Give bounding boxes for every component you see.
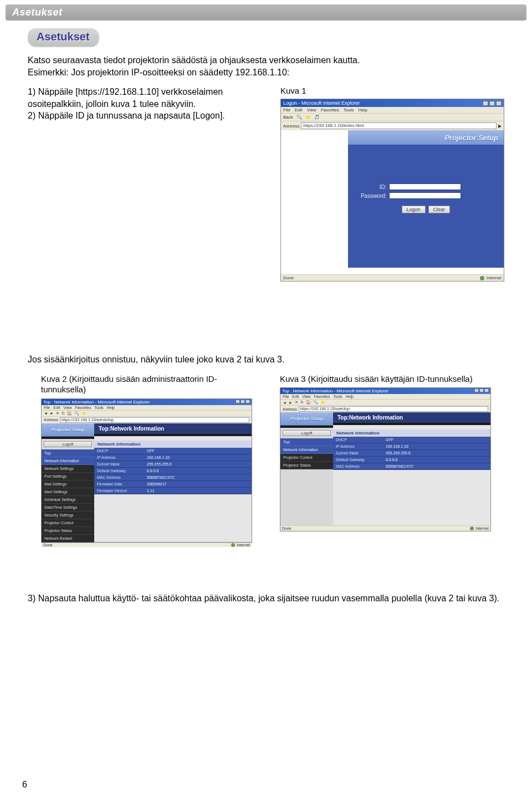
menu-item[interactable]: View <box>63 406 71 410</box>
password-input[interactable] <box>389 192 461 199</box>
address-input[interactable]: https://192.168.1.10/index.html <box>301 122 497 129</box>
forward-button[interactable]: ► <box>50 411 54 415</box>
sidebar-item[interactable]: Projector Control <box>42 519 94 527</box>
media-icon[interactable]: 🎵 <box>314 115 320 120</box>
forward-button[interactable]: ► <box>289 401 293 405</box>
stop-icon[interactable]: ✕ <box>56 411 59 416</box>
kv-key: Firmware Date <box>94 481 144 487</box>
projector-setup-title: Projector Setup <box>280 412 333 426</box>
search-icon[interactable]: 🔍 <box>296 115 302 120</box>
home-icon[interactable]: 🏠 <box>306 400 311 405</box>
maximize-icon[interactable] <box>479 388 484 392</box>
mid-paragraph: Jos sisäänkirjoitus onnistuu, näkyviin t… <box>28 354 504 366</box>
menu-item[interactable]: View <box>307 108 316 112</box>
kv-key: Subnet Mask <box>333 450 383 456</box>
menu-item[interactable]: Help <box>346 395 354 398</box>
address-bar: Address https://192.168.1.10/index.html … <box>281 121 504 130</box>
stop-icon[interactable]: ✕ <box>295 400 298 405</box>
search-icon[interactable]: 🔍 <box>313 400 318 405</box>
menu-item[interactable]: Tools <box>333 395 342 398</box>
kv-val: 000087AEC47C <box>383 463 490 469</box>
sidebar-item[interactable]: Mail Settings <box>42 480 94 488</box>
go-icon[interactable]: ▶ <box>498 124 502 129</box>
kv-val: OFF <box>383 437 490 443</box>
clear-button[interactable]: Clear <box>428 206 451 213</box>
sidebar-item-top[interactable]: Top: <box>42 449 94 457</box>
maximize-icon[interactable] <box>489 101 495 106</box>
sidebar-item[interactable]: Schedule Settings <box>42 496 94 504</box>
password-label: Password: <box>355 193 387 199</box>
maximize-icon[interactable] <box>241 400 245 403</box>
close-icon[interactable] <box>496 101 502 106</box>
kv-val: 000087AEC47C <box>144 474 252 480</box>
minimize-icon[interactable] <box>474 388 479 392</box>
sidebar-item[interactable]: Port Settings <box>42 473 94 480</box>
step-2: 2) Näppäile ID ja tunnussana ja napsauta… <box>28 110 266 122</box>
logoff-button[interactable]: Logoff <box>283 430 331 436</box>
menu-item[interactable]: Favorites <box>321 108 339 112</box>
page-header: Asetukset <box>6 4 526 21</box>
sidebar-item[interactable]: Projector Control <box>280 454 333 462</box>
menu-item[interactable]: Help <box>358 108 367 112</box>
menu-item[interactable]: File <box>44 406 50 410</box>
logoff-button[interactable]: Logoff <box>44 441 92 447</box>
menu-item[interactable]: File <box>283 108 290 112</box>
info-table: DHCPOFF IP Address192.168.1.10 Subnet Ma… <box>94 448 252 494</box>
login-panel: ID: Password: Logon Clear <box>348 145 504 268</box>
menu-item[interactable]: Edit <box>292 395 299 398</box>
search-icon[interactable]: 🔍 <box>74 411 79 416</box>
back-button[interactable]: ◄ <box>44 411 48 415</box>
back-button[interactable]: ◄ <box>283 401 287 405</box>
menu-item[interactable]: File <box>283 395 289 398</box>
sidebar-item-network-info[interactable]: Network Information <box>42 457 94 465</box>
sidebar-item[interactable]: Alert Settings <box>42 488 94 496</box>
address-label: Address <box>44 418 58 422</box>
menu-item[interactable]: View <box>302 395 310 398</box>
sidebar-item-network-info[interactable]: Network Information <box>280 446 333 454</box>
menu-item[interactable]: Tools <box>94 406 103 410</box>
figure-2-caption: Kuva 2 (Kirjoittaudu sisään administraat… <box>41 374 252 395</box>
status-right: Internet <box>237 543 250 547</box>
kv-key: IP Address <box>333 443 383 449</box>
sidebar-item[interactable]: Network Settings <box>42 465 94 473</box>
menu-item[interactable]: Favorites <box>314 395 330 398</box>
home-icon[interactable]: 🏠 <box>67 411 72 416</box>
page-number: 6 <box>22 780 27 790</box>
menu-item[interactable]: Favorites <box>75 406 91 410</box>
sidebar-item[interactable]: Network Restart <box>42 535 94 543</box>
close-icon[interactable] <box>484 388 489 392</box>
section-tab-label: Asetukset <box>37 30 90 43</box>
refresh-icon[interactable]: ↻ <box>300 400 304 405</box>
sidebar-item[interactable]: Date/Time Settings <box>42 504 94 512</box>
kv-key: IP Address <box>94 454 144 461</box>
menu-item[interactable]: Tools <box>344 108 354 112</box>
sidebar-item-top[interactable]: Top: <box>280 438 333 446</box>
close-icon[interactable] <box>245 400 250 403</box>
minimize-icon[interactable] <box>483 101 488 106</box>
menu-item[interactable]: Help <box>107 406 115 410</box>
subtitle: Network Information <box>94 441 252 448</box>
sidebar-item[interactable]: Projector Status <box>42 527 94 535</box>
sidebar-item[interactable]: Security Settings <box>42 512 94 519</box>
address-input[interactable]: https://192.168.1.10/user/top <box>299 406 488 412</box>
kv-val: 255.255.255.0 <box>144 461 252 467</box>
address-label: Address <box>283 124 299 129</box>
back-button[interactable]: Back <box>283 115 293 120</box>
sidebar-item[interactable]: Projector Status <box>280 462 333 469</box>
menu-item[interactable]: Edit <box>53 406 60 410</box>
window-title-text: Top : Network Information - Microsoft In… <box>282 388 388 393</box>
logon-button[interactable]: Logon <box>402 206 426 213</box>
zone-icon <box>470 526 474 530</box>
favorites-icon[interactable]: ⭐ <box>81 411 86 416</box>
refresh-icon[interactable]: ↻ <box>62 411 65 416</box>
menu-item[interactable]: Edit <box>295 108 303 112</box>
id-label: ID: <box>355 184 387 190</box>
main-title: Top:Network Information <box>94 423 252 434</box>
minimize-icon[interactable] <box>236 400 240 403</box>
id-input[interactable] <box>389 183 461 190</box>
favorites-icon[interactable]: ⭐ <box>305 115 311 120</box>
kv-val: 2005/06/17 <box>144 481 252 487</box>
figure-3-window: Top : Network Information - Microsoft In… <box>280 387 491 531</box>
favorites-icon[interactable]: ⭐ <box>320 400 325 405</box>
address-input[interactable]: https://192.168.1.10/admin/top <box>60 417 249 423</box>
